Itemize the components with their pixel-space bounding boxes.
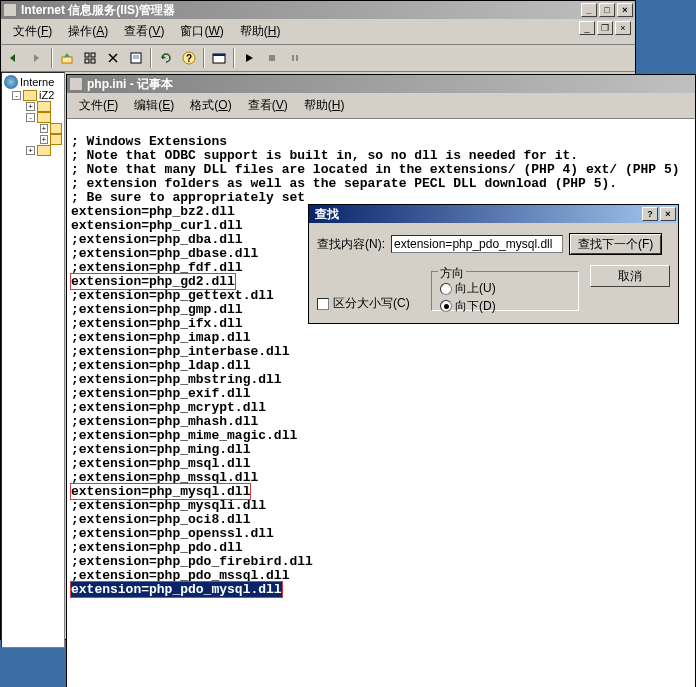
direction-up-radio[interactable]: 向上(U) xyxy=(440,280,496,297)
folder-icon xyxy=(50,123,62,134)
notepad-window: php.ini - 记事本 文件(F) 编辑(E) 格式(O) 查看(V) 帮助… xyxy=(66,74,696,687)
notepad-title: php.ini - 记事本 xyxy=(87,76,693,93)
menu-window[interactable]: 窗口(W) xyxy=(172,21,231,42)
menu-view[interactable]: 查看(V) xyxy=(116,21,172,42)
help-icon[interactable]: ? xyxy=(178,47,200,69)
start-button[interactable] xyxy=(238,47,260,69)
cancel-button[interactable]: 取消 xyxy=(590,265,670,287)
svg-rect-1 xyxy=(85,53,89,57)
svg-rect-14 xyxy=(296,55,298,61)
svg-rect-0 xyxy=(62,57,72,63)
svg-rect-11 xyxy=(213,54,225,56)
svg-rect-13 xyxy=(292,55,294,61)
menu-format[interactable]: 格式(O) xyxy=(182,95,239,116)
svg-rect-4 xyxy=(91,59,95,63)
tree-child[interactable]: - xyxy=(4,112,62,123)
notepad-titlebar[interactable]: php.ini - 记事本 xyxy=(67,75,695,93)
refresh-button[interactable] xyxy=(155,47,177,69)
menu-help[interactable]: 帮助(H) xyxy=(232,21,289,42)
collapse-icon[interactable]: - xyxy=(12,91,21,100)
folder-icon xyxy=(37,112,51,123)
tree-child[interactable]: + xyxy=(4,134,62,145)
find-titlebar[interactable]: 查找 ? × xyxy=(309,205,678,223)
properties-button[interactable] xyxy=(125,47,147,69)
menu-file[interactable]: 文件(F) xyxy=(71,95,126,116)
close-button[interactable]: × xyxy=(660,207,676,221)
find-title: 查找 xyxy=(311,206,642,223)
notepad-app-icon xyxy=(69,77,83,91)
expand-icon[interactable]: + xyxy=(26,146,35,155)
up-button[interactable] xyxy=(56,47,78,69)
child-close-button[interactable]: × xyxy=(615,21,631,35)
iis-titlebar[interactable]: Internet 信息服务(IIS)管理器 _ □ × xyxy=(1,1,635,19)
direction-group: 方向 向上(U) 向下(D) xyxy=(431,271,579,311)
delete-button[interactable] xyxy=(102,47,124,69)
collapse-icon[interactable]: - xyxy=(26,113,35,122)
help-button[interactable]: ? xyxy=(642,207,658,221)
iis-title: Internet 信息服务(IIS)管理器 xyxy=(21,2,581,19)
svg-text:?: ? xyxy=(186,53,192,64)
menu-action[interactable]: 操作(A) xyxy=(60,21,116,42)
match-case-checkbox[interactable] xyxy=(317,298,329,310)
notepad-menubar: 文件(F) 编辑(E) 格式(O) 查看(V) 帮助(H) xyxy=(67,93,695,119)
explorer-button[interactable] xyxy=(208,47,230,69)
globe-icon xyxy=(4,75,18,89)
find-next-button[interactable]: 查找下一个(F) xyxy=(569,233,662,255)
maximize-button[interactable]: □ xyxy=(599,3,615,17)
folder-icon xyxy=(37,145,51,156)
tree-node[interactable]: - iZ2 xyxy=(4,89,62,101)
iis-app-icon xyxy=(3,3,17,17)
folder-icon xyxy=(37,101,51,112)
child-restore-button[interactable]: ❐ xyxy=(597,21,613,35)
iis-menubar: 文件(F) 操作(A) 查看(V) 窗口(W) 帮助(H) _ ❐ × xyxy=(1,19,635,45)
find-dialog: 查找 ? × 查找内容(N): 查找下一个(F) 取消 区分大小写(C) 方向 … xyxy=(308,204,679,324)
pause-button[interactable] xyxy=(284,47,306,69)
views-button[interactable] xyxy=(79,47,101,69)
menu-view[interactable]: 查看(V) xyxy=(240,95,296,116)
close-button[interactable]: × xyxy=(617,3,633,17)
menu-edit[interactable]: 编辑(E) xyxy=(126,95,182,116)
tree-root[interactable]: Interne xyxy=(4,75,62,89)
direction-label: 方向 xyxy=(438,265,466,282)
folder-icon xyxy=(50,134,62,145)
tree-child[interactable]: + xyxy=(4,101,62,112)
back-button[interactable] xyxy=(3,47,25,69)
expand-icon[interactable]: + xyxy=(40,135,48,144)
forward-button[interactable] xyxy=(26,47,48,69)
menu-help[interactable]: 帮助(H) xyxy=(296,95,353,116)
stop-button[interactable] xyxy=(261,47,283,69)
minimize-button[interactable]: _ xyxy=(581,3,597,17)
menu-file[interactable]: 文件(F) xyxy=(5,21,60,42)
direction-down-radio[interactable]: 向下(D) xyxy=(440,298,496,315)
expand-icon[interactable]: + xyxy=(26,102,35,111)
expand-icon[interactable]: + xyxy=(40,124,48,133)
tree-child[interactable]: + xyxy=(4,145,62,156)
server-icon xyxy=(23,90,37,101)
iis-tree[interactable]: Interne - iZ2 + - + + + xyxy=(1,72,65,648)
match-case-label: 区分大小写(C) xyxy=(333,296,410,310)
radio-icon xyxy=(440,300,452,312)
child-minimize-button[interactable]: _ xyxy=(579,21,595,35)
svg-rect-2 xyxy=(91,53,95,57)
find-content-label: 查找内容(N): xyxy=(317,236,385,253)
iis-toolbar: ? xyxy=(1,45,635,72)
svg-rect-12 xyxy=(269,55,275,61)
radio-icon xyxy=(440,283,452,295)
tree-child[interactable]: + xyxy=(4,123,62,134)
svg-rect-3 xyxy=(85,59,89,63)
find-content-input[interactable] xyxy=(391,235,563,253)
